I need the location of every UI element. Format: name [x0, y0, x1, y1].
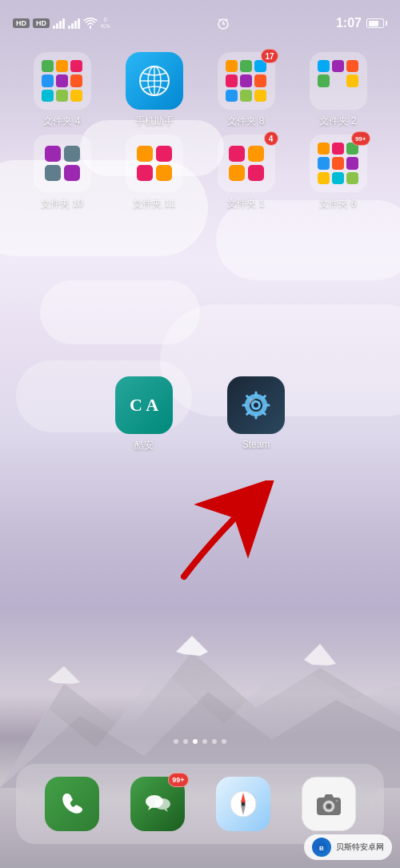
camera-icon	[302, 777, 356, 831]
folder10-wrapper	[34, 135, 91, 192]
watermark-text: 贝斯特安卓网	[336, 842, 384, 853]
app-item-folder1[interactable]: 4 文件夹 1	[206, 135, 286, 211]
messages-badge: 99+	[168, 773, 188, 787]
folder11-icon	[126, 135, 183, 192]
alarm-icon	[217, 17, 230, 30]
watermark: B 贝斯特安卓网	[304, 834, 392, 860]
wifi-icon	[83, 18, 98, 29]
folder2-label: 文件夹 2	[319, 115, 356, 128]
status-center	[217, 17, 230, 30]
folder6-label: 文件夹 6	[319, 197, 356, 211]
page-dot-4	[202, 739, 207, 744]
page-dot-5	[212, 739, 217, 744]
page-dot-6	[222, 739, 226, 744]
steam-wrapper	[227, 376, 285, 434]
dock-app-browser[interactable]	[216, 777, 270, 831]
svg-point-19	[154, 798, 170, 810]
app-item-steam[interactable]: Steam	[216, 376, 296, 452]
app-item-folder10[interactable]: 文件夹 10	[22, 135, 102, 211]
svg-marker-3	[176, 636, 208, 656]
status-right: 1:07	[336, 16, 387, 30]
folder10-label: 文件夹 10	[41, 197, 83, 211]
folder4-wrapper	[34, 52, 91, 110]
hd-badge-1: HD	[13, 18, 30, 28]
svg-point-26	[335, 800, 338, 802]
hd-badge-2: HD	[33, 18, 50, 28]
kuian-icon: C A	[115, 376, 173, 434]
dock: 99+	[16, 764, 384, 844]
watermark-logo: B	[312, 838, 331, 857]
app-item-folder2[interactable]: 文件夹 2	[298, 52, 378, 128]
steam-label: Steam	[242, 439, 270, 450]
folder1-label: 文件夹 1	[227, 197, 264, 211]
svg-marker-4	[304, 644, 336, 665]
folder11-wrapper	[126, 135, 183, 192]
page-dot-1	[174, 739, 178, 744]
messages-icon: 99+	[130, 777, 185, 831]
time-display: 1:07	[336, 16, 362, 30]
signal-bars-2	[68, 18, 80, 29]
kuian-wrapper: C A	[115, 376, 173, 434]
app-grid: 文件夹 4 手机助手	[0, 44, 400, 225]
page-dot-3-active	[193, 739, 198, 744]
svg-point-17	[254, 403, 258, 408]
app-item-folder6[interactable]: 99+ 文件夹 6	[298, 135, 378, 211]
dock-app-messages[interactable]: 99+	[130, 777, 185, 831]
dock-app-phone[interactable]	[45, 777, 99, 831]
browser-icon	[216, 777, 270, 831]
folder6-wrapper: 99+	[310, 135, 367, 192]
assistant-icon	[126, 52, 183, 110]
folder8-wrapper: 17	[218, 52, 275, 110]
status-left: HD HD 0 K/s	[13, 17, 110, 30]
svg-point-21	[241, 802, 245, 806]
assistant-label: 手机助手	[135, 115, 174, 128]
assistant-wrapper	[126, 52, 183, 110]
folder1-wrapper: 4	[218, 135, 275, 192]
svg-text:B: B	[319, 845, 324, 852]
status-bar: HD HD 0 K/s	[0, 0, 400, 40]
page-dot-2	[183, 739, 188, 744]
folder2-icon	[310, 52, 367, 110]
steam-icon	[227, 376, 285, 434]
app-item-phone-assistant[interactable]: 手机助手	[114, 52, 194, 128]
kuian-label: 酷安	[134, 439, 154, 452]
svg-text:C A: C A	[130, 395, 158, 415]
folder1-badge: 4	[264, 131, 278, 146]
folder4-label: 文件夹 4	[43, 115, 80, 128]
app-item-kuian[interactable]: C A 酷安	[104, 376, 184, 452]
folder11-label: 文件夹 11	[133, 197, 175, 211]
folder6-badge: 99+	[351, 131, 370, 146]
app-item-folder4[interactable]: 文件夹 4	[22, 52, 102, 128]
folder2-wrapper	[310, 52, 367, 110]
phone-icon	[45, 777, 99, 831]
svg-point-25	[326, 804, 331, 809]
app-row-1: 文件夹 4 手机助手	[16, 52, 384, 128]
folder8-badge: 17	[261, 49, 278, 63]
dock-app-camera[interactable]	[302, 777, 356, 831]
folder4-icon	[34, 52, 91, 110]
app-row-2: 文件夹 10 文件夹 11 4	[16, 135, 384, 211]
signal-bars-1	[53, 18, 65, 29]
page-indicators	[0, 739, 400, 744]
battery-icon	[366, 18, 387, 28]
folder8-label: 文件夹 8	[227, 115, 264, 128]
app-item-folder8[interactable]: 17 文件夹 8	[206, 52, 286, 128]
mountain-bg	[0, 588, 400, 788]
app-item-folder11[interactable]: 文件夹 11	[114, 135, 194, 211]
folder10-icon	[34, 135, 91, 192]
svg-marker-5	[48, 666, 80, 684]
middle-apps: C A 酷安	[0, 376, 400, 452]
network-speed: 0 K/s	[101, 17, 110, 30]
